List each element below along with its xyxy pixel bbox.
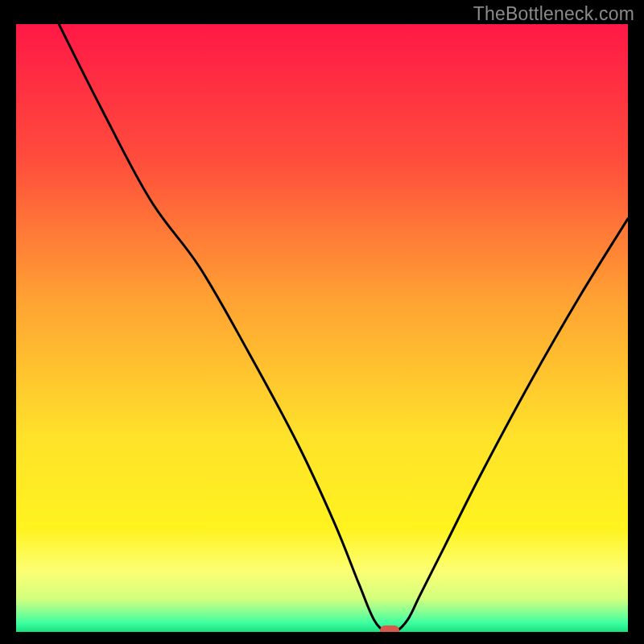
watermark-label: TheBottleneck.com xyxy=(473,3,634,25)
chart-svg xyxy=(16,24,628,632)
optimal-marker xyxy=(380,625,399,632)
chart-frame: TheBottleneck.com xyxy=(0,0,644,644)
gradient-rect xyxy=(16,24,628,632)
plot-area xyxy=(16,24,628,632)
